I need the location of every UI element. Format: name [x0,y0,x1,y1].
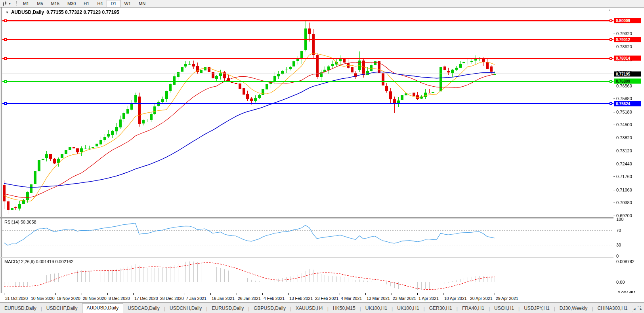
date-axis-tick-mark [237,293,237,295]
chart-tool-caret-icon: ▼ [8,2,11,5]
price-level-tag: 0.80009 [614,18,641,23]
main-chart-panel: ▼ AUDUSD,Daily 0.77155 0.77322 0.77123 0… [2,8,614,217]
chart-tab-eurusd-daily[interactable]: EURUSD,Daily [0,304,41,313]
timeframe-button-d1[interactable]: D1 [107,0,120,7]
level-line-handle[interactable] [4,38,7,41]
timeframe-button-h4[interactable]: H4 [93,0,107,7]
horizontal-level-line[interactable] [2,20,613,21]
rsi-axis-tick: 30 [616,243,621,247]
date-axis-label: 20 Apr 2021 [470,296,493,301]
chart-tab-china300-h1[interactable]: CHINA300,H1 [593,304,632,313]
chart-tab-audusd-daily[interactable]: AUDUSD,Daily [82,303,124,313]
date-axis-label: 10 Nov 2020 [31,296,55,301]
tab-arrows: ◄ ► [630,307,643,311]
chart-tab-usoil-h1[interactable]: USOil,H1 [490,304,518,313]
price-axis-tick: 0.71060 [616,188,632,192]
rsi-label: RSI(14) 50.3058 [4,220,36,224]
date-axis-label: 26 Jan 2021 [238,296,261,301]
tab-scroll-right-icon[interactable]: ► [639,307,643,311]
level-line-handle[interactable] [610,19,612,22]
date-axis-label: 13 Mar 2021 [367,296,390,301]
macd-label: MACD(12,26,9) 0.001419 0.002162 [4,259,73,264]
date-axis-tick-mark [262,293,263,295]
toolbar-grip[interactable] [14,1,17,6]
horizontal-level-line[interactable] [2,58,613,59]
price-level-tag: 0.76809 [614,79,641,84]
horizontal-level-line[interactable] [2,74,613,74]
date-axis-tick-mark [288,293,289,295]
timeframe-button-m30[interactable]: M30 [63,0,80,7]
date-axis-tick-mark [133,293,134,295]
date-axis-tick-mark [392,293,392,295]
date-axis-tick-mark [55,293,56,295]
level-line-handle[interactable] [610,80,612,83]
chart-tab-hk50-m15[interactable]: HK50,M15 [329,304,360,313]
date-axis-label: 10 Apr 2021 [444,296,467,301]
level-line-handle[interactable] [610,57,612,60]
level-line-handle[interactable] [4,57,7,60]
date-axis-label: 13 Feb 2021 [289,296,313,301]
date-axis-tick-mark [365,293,366,295]
timeframe-button-mn[interactable]: MN [135,0,149,7]
price-axis-tick: 0.73820 [616,135,632,140]
chart-tab-uk100-h1[interactable]: UK100,H1 [361,304,392,313]
macd-panel: MACD(12,26,9) 0.001419 0.002162 [2,258,614,293]
rsi-panel: RSI(14) 50.3058 [2,218,614,257]
price-axis-tick: 0.75180 [616,110,632,114]
chart-tab-gbpusd-daily[interactable]: GBPUSD,Daily [249,304,290,313]
price-axis-tick-mark [613,99,615,99]
mt4-window: ▼ M1M5M15M30H1H4D1W1MN ▼ AUDUSD,Daily 0.… [0,0,644,313]
price-axis-tick-mark [613,203,615,203]
chart-tab-uk100-h1[interactable]: UK100,H1 [393,304,423,313]
level-line-handle[interactable] [610,38,612,41]
date-axis-label: 17 Dec 2020 [134,296,158,301]
level-line-handle[interactable] [4,80,7,83]
price-axis-tick: 0.78620 [616,44,632,49]
tabs-container: EURUSD,Daily|USDCHF,DailyAUDUSD,DailyUSD… [0,303,644,313]
rsi-axis-tick: 100 [616,217,623,222]
price-axis-tick-mark [613,138,615,138]
chart-title-caret-icon[interactable]: ▼ [6,11,9,14]
date-axis-tick-mark [210,293,211,295]
date-axis-label: 23 Mar 2021 [393,296,416,301]
chart-scrollbar-icon[interactable]: ▲ [608,8,611,12]
chart-tab-fra40-h1[interactable]: FRA40,H1 [458,304,489,313]
timeframe-button-h1[interactable]: H1 [80,0,93,7]
date-axis-tick-mark [314,293,314,295]
tab-scroll-left-icon[interactable]: ◄ [633,307,636,311]
rsi-canvas[interactable] [2,218,613,257]
date-axis-tick-mark [340,293,340,295]
level-line-handle[interactable] [610,102,612,105]
horizontal-level-line[interactable] [2,81,613,82]
chart-tab-xauusd-h4[interactable]: XAUUSD,H4 [291,304,327,313]
date-axis-label: 1 Apr 2021 [419,296,439,301]
toolbar-separator [152,1,152,6]
date-axis-label: 28 Nov 2020 [83,296,107,301]
price-axis-tick: 0.76560 [616,83,632,88]
chart-tab-dj30-weekly[interactable]: DJ30,Weekly [555,304,592,313]
timeframe-button-w1[interactable]: W1 [120,0,135,7]
timeframe-button-m15[interactable]: M15 [47,0,63,7]
price-level-tag: 0.77195 [614,71,641,76]
level-line-handle[interactable] [4,19,7,22]
timeframes-toolbar: ▼ M1M5M15M30H1H4D1W1MN [0,0,644,8]
chart-tab-ger30-h1[interactable]: GER30,H1 [425,304,457,313]
macd-canvas[interactable] [2,258,613,293]
chart-tab-usdcnh-daily[interactable]: USDCNH,Daily [165,304,206,313]
chart-tab-usdcad-daily[interactable]: USDCAD,Daily [123,304,164,313]
chart-tab-eurusd-daily[interactable]: EURUSD,Daily [207,304,248,313]
chart-ohlc: 0.77155 0.77322 0.77123 0.77195 [46,9,119,15]
price-axis-tick-mark [613,125,615,125]
timeframe-button-m1[interactable]: M1 [19,0,33,7]
chart-tab-usdjpy-h1[interactable]: USDJPY,H1 [520,304,554,313]
chart-tool-button[interactable]: ▼ [0,0,12,7]
price-axis-tick: 0.74500 [616,122,632,127]
horizontal-level-line[interactable] [2,39,613,40]
price-axis-tick-mark [613,34,615,34]
date-axis-tick-mark [185,293,185,295]
price-axis-tick: 0.79320 [616,31,632,36]
timeframe-button-m5[interactable]: M5 [33,0,47,7]
chart-tab-usdchf-daily[interactable]: USDCHF,Daily [42,304,82,313]
level-line-handle[interactable] [4,102,7,105]
horizontal-level-line[interactable] [2,103,613,104]
